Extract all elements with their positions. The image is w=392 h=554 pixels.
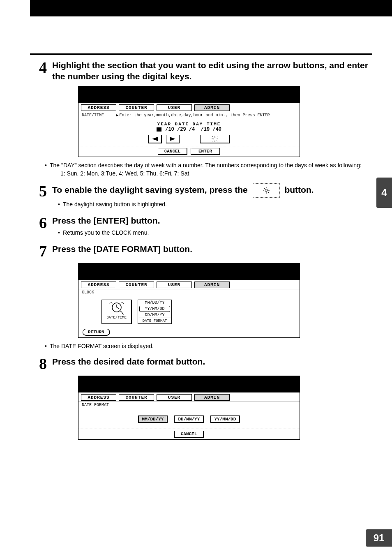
step-6: 6 Press the [ENTER] button. Returns you … [39, 215, 372, 238]
arrow-left-button[interactable] [148, 135, 162, 143]
page-header-black-bar [0, 0, 392, 46]
device-tabs: ADDRESS COUNTER USER ADMIN [78, 280, 300, 289]
clock-hand-icon [108, 302, 125, 315]
tab-address[interactable]: ADDRESS [81, 394, 116, 401]
cancel-button[interactable]: CANCEL [174, 431, 204, 438]
screen-label: DATE FORMAT [82, 403, 109, 407]
sun-icon [212, 136, 218, 142]
step-5: 5 To enable the daylight saving system, … [39, 183, 372, 209]
screen-label: CLOCK [82, 290, 94, 295]
tab-admin[interactable]: ADMIN [194, 394, 230, 401]
sun-icon [263, 187, 270, 194]
date-time-button-label: DATE/TIME [103, 316, 130, 320]
svg-line-19 [264, 192, 265, 193]
date-format-button-label: DATE FORMAT [138, 318, 171, 323]
tab-admin[interactable]: ADMIN [194, 104, 230, 111]
chapter-side-tab: 4 [376, 178, 392, 208]
arrow-right-icon [170, 137, 175, 141]
step-4: 4 Highlight the section that you want to… [39, 60, 372, 178]
step-number: 7 [39, 243, 52, 259]
cursor-icon [157, 127, 161, 132]
fmt-opt: MM/DD/YY [138, 300, 171, 305]
enter-button[interactable]: ENTER [191, 148, 220, 155]
fmt-opt-selected: YY/MM/DD [139, 306, 170, 312]
page-content: 4 Highlight the section that you want to… [39, 60, 372, 446]
arrow-left-icon [152, 137, 158, 141]
step5-bullet: The daylight saving button is highlighte… [58, 200, 372, 208]
svg-point-2 [214, 138, 216, 140]
screen-hint: Enter the year,month,date,day,hour and m… [116, 113, 270, 118]
step4-bullet-sub: 1: Sun, 2: Mon, 3:Tue, 4: Wed, 5: Thu, 6… [60, 169, 372, 178]
device-top-black [78, 86, 300, 103]
arrow-right-button[interactable] [166, 135, 180, 143]
step-number: 8 [39, 356, 52, 372]
screen-label: DATE/TIME [82, 113, 104, 118]
daylight-saving-button[interactable] [200, 135, 230, 143]
format-ddmmyy-button[interactable]: DD/MM/YY [174, 416, 204, 423]
step4-bullet: The "DAY" section describes the day of w… [45, 161, 372, 178]
fmt-opt: DD/MM/YY [138, 312, 171, 318]
datetime-headers: YEAR DATE DAY TIME [83, 122, 295, 127]
step-title: Highlight the section that you want to e… [52, 60, 372, 82]
step-title: Press the desired date format button. [52, 356, 372, 367]
device-screen-dateformat: ADDRESS COUNTER USER ADMIN DATE FORMAT M… [78, 376, 300, 440]
horizontal-rule [30, 53, 372, 55]
step-number: 5 [39, 183, 52, 199]
tab-address[interactable]: ADDRESS [81, 282, 116, 288]
tab-user[interactable]: USER [157, 282, 192, 288]
device-screen-clock: ADDRESS COUNTER USER ADMIN CLOCK DATE [78, 263, 300, 338]
step-number: 4 [39, 60, 52, 75]
device-top-black [78, 263, 300, 280]
step-8: 8 Press the desired date format button. … [39, 356, 372, 440]
tab-counter[interactable]: COUNTER [119, 104, 154, 111]
svg-line-10 [212, 141, 213, 141]
svg-line-8 [217, 141, 217, 141]
svg-marker-0 [152, 137, 158, 141]
tab-counter[interactable]: COUNTER [119, 282, 154, 288]
svg-line-16 [264, 188, 265, 189]
device-top-black [78, 376, 300, 392]
tab-user[interactable]: USER [157, 394, 192, 401]
step-title: Press the [DATE FORMAT] button. [52, 243, 372, 254]
step7-bullet: The DATE FORMAT screen is displayed. [45, 342, 372, 350]
date-format-button[interactable]: MM/DD/YY YY/MM/DD DD/MM/YY DATE FORMAT [138, 300, 172, 324]
device-tabs: ADDRESS COUNTER USER ADMIN [78, 103, 300, 112]
step-7: 7 Press the [DATE FORMAT] button. ADDRES… [39, 243, 372, 350]
tab-user[interactable]: USER [157, 104, 192, 111]
device-tabs: ADDRESS COUNTER USER ADMIN [78, 392, 300, 402]
svg-point-11 [265, 189, 267, 192]
tab-address[interactable]: ADDRESS [81, 104, 116, 111]
datetime-values: /10 /29 /4 /19 /40 [83, 127, 295, 132]
step-title: To enable the daylight saving system, pr… [52, 183, 372, 198]
device-screen-datetime: ADDRESS COUNTER USER ADMIN DATE/TIME Ent… [78, 86, 300, 157]
format-mmddyy-button[interactable]: MM/DD/YY [138, 416, 168, 423]
svg-line-7 [212, 136, 213, 137]
step-number: 6 [39, 215, 52, 231]
step6-bullet: Returns you to the CLOCK menu. [58, 229, 372, 237]
svg-line-17 [268, 192, 269, 193]
return-button[interactable]: RETURN [83, 329, 110, 336]
tab-admin[interactable]: ADMIN [194, 282, 230, 288]
date-time-button[interactable]: DATE/TIME [101, 300, 132, 324]
svg-line-18 [268, 188, 269, 189]
svg-marker-1 [170, 137, 175, 141]
tab-counter[interactable]: COUNTER [119, 394, 154, 401]
daylight-saving-button-inline[interactable] [253, 183, 280, 198]
svg-line-22 [117, 307, 119, 309]
page-number: 91 [366, 529, 392, 547]
format-yymmdd-button[interactable]: YY/MM/DD [210, 416, 240, 423]
cancel-button[interactable]: CANCEL [158, 148, 187, 155]
step-title: Press the [ENTER] button. [52, 215, 372, 226]
svg-line-9 [217, 136, 217, 137]
